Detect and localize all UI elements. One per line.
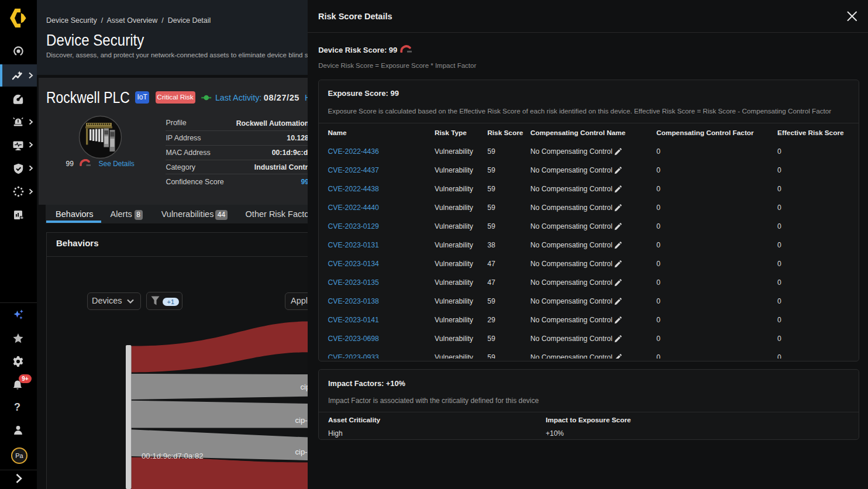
svg-text:00:1d:9c:d7:0a:82: 00:1d:9c:d7:0a:82 [142,452,204,460]
svg-text:cip-class-id-32: cip-class-id-32 [295,416,308,425]
svg-text:cip-class-id-107: cip-class-id-107 [301,383,308,391]
svg-text:cip-class-id-66: cip-class-id-66 [295,447,308,456]
